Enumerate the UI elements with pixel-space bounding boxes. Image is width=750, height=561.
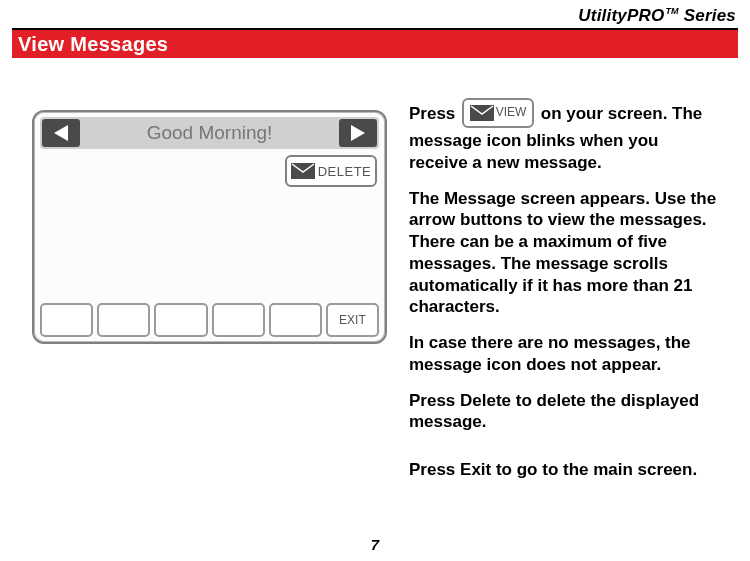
soft-button-1[interactable] [40, 303, 93, 337]
series-name: UtilityPRO [578, 6, 664, 25]
svg-marker-0 [54, 125, 68, 141]
envelope-icon [291, 163, 315, 179]
section-title: View Messages [18, 33, 168, 56]
soft-button-3[interactable] [154, 303, 207, 337]
p4-strong: Delete [460, 391, 511, 410]
series-title: UtilityPROTM Series [578, 6, 736, 26]
exit-button[interactable]: EXIT [326, 303, 379, 337]
series-suffix: Series [679, 6, 736, 25]
instruction-paragraph-5: Press Exit to go to the main screen. [409, 459, 718, 481]
thermostat-message-text: Good Morning! [147, 122, 273, 144]
prev-arrow-button[interactable] [42, 119, 80, 147]
instruction-paragraph-2: The Message screen appears. Use the arro… [409, 188, 718, 319]
p5-text-a: Press [409, 460, 460, 479]
soft-button-4[interactable] [212, 303, 265, 337]
svg-marker-1 [351, 125, 365, 141]
view-button[interactable]: VIEW [462, 98, 534, 128]
illustration-column: Good Morning! DELETE EXIT [32, 100, 387, 531]
next-arrow-button[interactable] [339, 119, 377, 147]
p4-text-a: Press [409, 391, 460, 410]
view-label: VIEW [496, 105, 527, 120]
thermostat-screen: Good Morning! DELETE EXIT [32, 110, 387, 344]
delete-label: DELETE [318, 164, 372, 179]
exit-label: EXIT [339, 313, 366, 327]
instruction-paragraph-3: In case there are no messages, the messa… [409, 332, 718, 376]
thermostat-footer: EXIT [40, 303, 379, 337]
p5-text-b: to go to the main screen. [491, 460, 697, 479]
instructions-column: Press VIEW on your screen. The message i… [409, 100, 718, 531]
triangle-right-icon [351, 125, 365, 141]
p1-text-a: Press [409, 104, 460, 123]
instruction-paragraph-1: Press VIEW on your screen. The message i… [409, 100, 718, 174]
thermostat-header: Good Morning! [40, 117, 379, 149]
triangle-left-icon [54, 125, 68, 141]
section-header-bar: View Messages [12, 30, 738, 58]
instruction-paragraph-4: Press Delete to delete the displayed mes… [409, 390, 718, 434]
envelope-icon [470, 105, 494, 121]
page-number: 7 [0, 536, 750, 553]
soft-button-5[interactable] [269, 303, 322, 337]
trademark: TM [665, 6, 678, 16]
delete-button[interactable]: DELETE [285, 155, 377, 187]
soft-button-2[interactable] [97, 303, 150, 337]
content-area: Good Morning! DELETE EXIT [32, 100, 718, 531]
p5-strong: Exit [460, 460, 491, 479]
